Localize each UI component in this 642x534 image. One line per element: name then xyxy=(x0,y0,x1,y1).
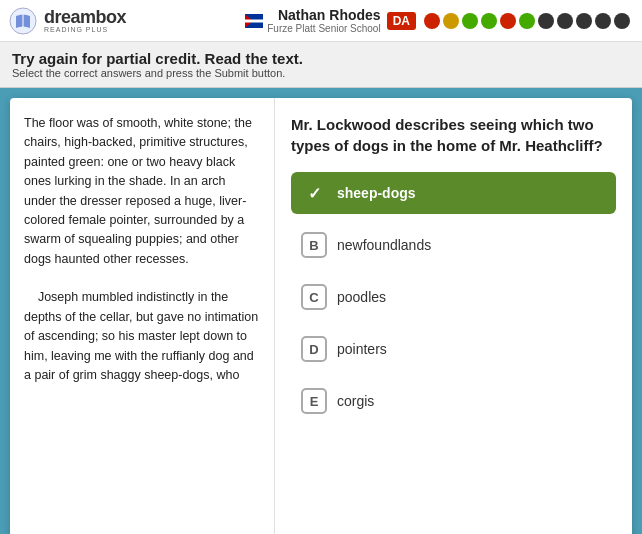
option-corgis[interactable]: E corgis xyxy=(291,380,616,422)
avatar-badge: DA xyxy=(387,12,416,30)
svg-rect-3 xyxy=(245,19,263,22)
option-text-c: poodles xyxy=(337,289,386,305)
option-badge-a: ✓ xyxy=(301,180,327,206)
option-pointers[interactable]: D pointers xyxy=(291,328,616,370)
instruction-bar: Try again for partial credit. Read the t… xyxy=(0,42,642,88)
option-badge-e: E xyxy=(301,388,327,414)
option-text-a: sheep-dogs xyxy=(337,185,416,201)
dot-8 xyxy=(557,13,573,29)
user-name: Nathan Rhodes xyxy=(278,7,381,23)
dot-7 xyxy=(538,13,554,29)
dot-9 xyxy=(576,13,592,29)
instruction-subtitle: Select the correct answers and press the… xyxy=(12,67,630,79)
dot-6 xyxy=(519,13,535,29)
app-header: dreambox READING PLUS Nathan Rhodes Furz… xyxy=(0,0,642,42)
user-area: Nathan Rhodes Furze Platt Senior School … xyxy=(245,7,634,34)
dot-3 xyxy=(462,13,478,29)
logo-icon xyxy=(8,6,38,36)
option-badge-c: C xyxy=(301,284,327,310)
dot-2 xyxy=(443,13,459,29)
logo-reading-label: READING PLUS xyxy=(44,26,126,33)
question-panel: Mr. Lockwood describes seeing which two … xyxy=(275,98,632,534)
dot-10 xyxy=(595,13,611,29)
option-badge-b: B xyxy=(301,232,327,258)
dot-1 xyxy=(424,13,440,29)
instruction-title: Try again for partial credit. Read the t… xyxy=(12,50,630,67)
flag-icon xyxy=(245,12,263,30)
option-text-e: corgis xyxy=(337,393,374,409)
user-info: Nathan Rhodes Furze Platt Senior School xyxy=(267,7,380,34)
logo-area: dreambox READING PLUS xyxy=(8,6,126,36)
dot-11 xyxy=(614,13,630,29)
option-text-b: newfoundlands xyxy=(337,237,431,253)
dot-4 xyxy=(481,13,497,29)
logo-dreambox-label: dreambox xyxy=(44,8,126,26)
option-sheepdog[interactable]: ✓ sheep-dogs xyxy=(291,172,616,214)
question-text: Mr. Lockwood describes seeing which two … xyxy=(291,114,616,156)
option-newfoundlands[interactable]: B newfoundlands xyxy=(291,224,616,266)
passage-text: The floor was of smooth, white stone; th… xyxy=(24,114,260,269)
main-content: The floor was of smooth, white stone; th… xyxy=(10,98,632,534)
passage-text-2: Joseph mumbled indistinctly in the depth… xyxy=(24,288,260,385)
progress-dots xyxy=(424,13,630,29)
reading-panel: The floor was of smooth, white stone; th… xyxy=(10,98,275,534)
user-school: Furze Platt Senior School xyxy=(267,23,380,34)
option-poodles[interactable]: C poodles xyxy=(291,276,616,318)
dot-5 xyxy=(500,13,516,29)
option-badge-d: D xyxy=(301,336,327,362)
logo-text: dreambox READING PLUS xyxy=(44,8,126,33)
option-text-d: pointers xyxy=(337,341,387,357)
